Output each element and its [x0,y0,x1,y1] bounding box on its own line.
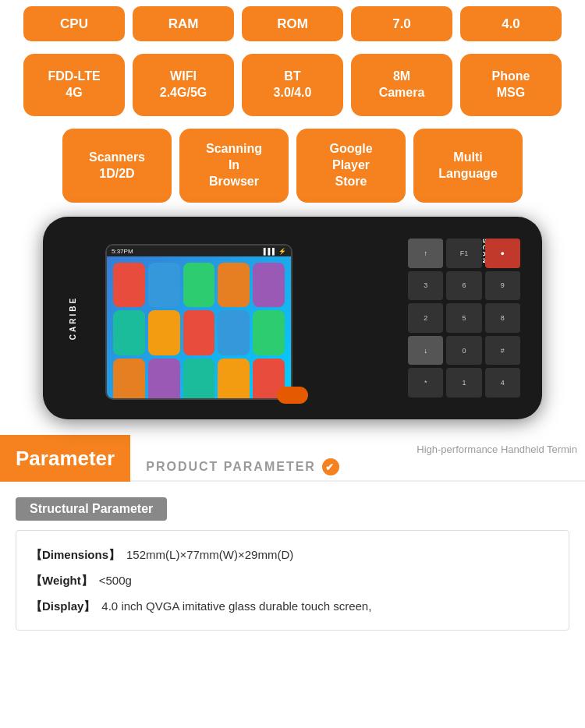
badge-google-player: GooglePlayerStore [296,129,406,203]
key-red: ● [485,239,520,268]
param-value-display: 4.0 inch QVGA imitative glass durable to… [101,593,371,619]
key-5: 5 [446,303,481,333]
device-screen: 5:37PM ▌▌▌ ⚡ [105,244,292,400]
structural-section: Structural Parameter 【Dimensions】 152mm(… [16,497,569,631]
param-header: Parameter High-performance Handheld Term… [0,435,585,482]
row3-badges: Scanners1D/2D ScanningInBrowser GooglePl… [0,122,585,209]
key-0: 0 [446,336,481,366]
high-perf-text: High-performance Handheld Termin [146,444,585,455]
badge-display: 4.0 [460,6,562,41]
device-section: CARIBE 5:37PM ▌▌▌ ⚡ [0,209,585,435]
badge-cpu: CPU [23,6,125,41]
top-badges-row: CPU RAM ROM 7.0 4.0 [0,0,585,48]
app-grid [107,256,291,400]
badge-multi-lang: MultiLanguage [413,129,523,203]
key-3: 3 [408,271,443,301]
param-v-icon: ✔ [322,458,339,475]
app-icon-11 [113,359,145,400]
param-subtitle-area: High-performance Handheld Termin PRODUCT… [130,435,585,482]
param-section: Parameter High-performance Handheld Term… [0,435,585,631]
device-keypad: ↑ F1 ● 3 6 9 2 5 8 ↓ 0 # * 1 4 [402,232,526,404]
app-icon-8 [183,310,215,355]
badge-phone: PhoneMSG [460,54,562,116]
param-row-display: 【Display】 4.0 inch QVGA imitative glass … [30,593,555,619]
key-up: ↑ [408,239,443,268]
app-icon-10 [253,310,285,355]
app-icon-7 [148,310,180,355]
row2-badges: FDD-LTE4G WIFI2.4G/5G BT3.0/4.0 8MCamera… [0,48,585,122]
key-9: 9 [485,271,520,301]
product-param-text: PRODUCT PARAMETER [146,460,316,474]
device-image: CARIBE 5:37PM ▌▌▌ ⚡ [43,217,542,419]
structural-title: Structural Parameter [16,497,167,521]
param-title: Parameter [0,435,130,482]
param-row-weight: 【Weight】 <500g [30,567,555,593]
app-icon-4 [218,263,250,307]
app-icon-5 [253,263,285,307]
app-icon-2 [148,263,180,307]
param-table: 【Dimensions】 152mm(L)×77mm(W)×29mm(D) 【W… [16,530,569,631]
param-value-weight: <500g [99,567,132,593]
badge-android: 7.0 [351,6,452,41]
key-hash: # [485,336,520,366]
key-4: 4 [485,368,520,398]
param-key-dimensions: 【Dimensions】 [30,542,120,567]
badge-wifi: WIFI2.4G/5G [133,54,234,116]
app-icon-14 [218,359,250,400]
product-param-label: PRODUCT PARAMETER ✔ [146,458,585,475]
param-value-dimensions: 152mm(L)×77mm(W)×29mm(D) [126,542,293,567]
key-6: 6 [446,271,481,301]
badge-ram: RAM [133,6,234,41]
badge-bt: BT3.0/4.0 [242,54,343,116]
key-down: ↓ [408,336,443,366]
app-icon-13 [183,359,215,400]
badge-rom: ROM [242,6,343,41]
badge-fdd-lte: FDD-LTE4G [23,54,125,116]
badge-scanning-browser: ScanningInBrowser [179,129,289,203]
param-row-dimensions: 【Dimensions】 152mm(L)×77mm(W)×29mm(D) [30,542,555,567]
param-key-weight: 【Weight】 [30,567,93,593]
key-star: * [408,368,443,398]
app-icon-6 [113,310,145,355]
app-icon-12 [148,359,180,400]
key-2: 2 [408,303,443,333]
key-8: 8 [485,303,520,333]
key-1: 1 [446,368,481,398]
badge-camera: 8MCamera [351,54,452,116]
param-key-display: 【Display】 [30,593,95,619]
orange-trigger-button[interactable] [277,387,308,404]
brand-label: CARIBE [69,296,77,340]
app-icon-9 [218,310,250,355]
app-icon-3 [183,263,215,307]
badge-scanners: Scanners1D/2D [62,129,172,203]
app-icon-1 [113,263,145,307]
key-f1: F1 [446,239,481,268]
